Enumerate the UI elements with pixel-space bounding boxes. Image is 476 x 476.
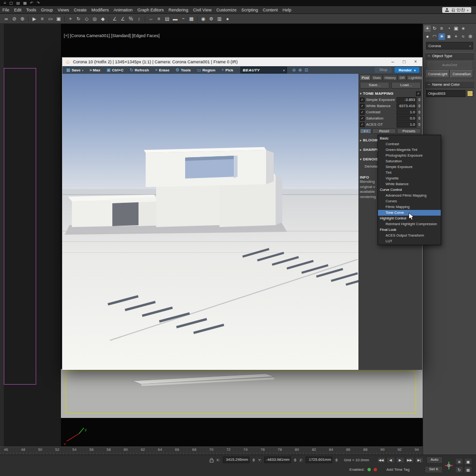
systems-category-icon[interactable]: ⊕ [467,33,474,40]
mirror-icon[interactable]: ⇔ [147,15,155,23]
render-setup-icon[interactable]: ⚙ [208,15,215,23]
render-production-icon[interactable]: ● [224,15,231,23]
rect-selection-icon[interactable]: ▭ [47,15,54,23]
param-enable-checkbox[interactable]: ✓ [360,98,365,102]
close-button[interactable]: × [410,58,421,66]
percent-snap-icon[interactable]: % [127,15,135,23]
schematic-view-icon[interactable]: ▩ [188,15,195,23]
undo-icon[interactable]: ↶ [30,0,33,6]
spinner[interactable] [418,117,421,120]
bind-spacewarp-icon[interactable]: ⊕ [19,15,26,23]
menu-item[interactable]: Edit [12,6,24,14]
menu-item[interactable]: Graph Editors [135,6,166,14]
helpers-category-icon[interactable]: + [453,33,459,40]
menu-item[interactable]: Modifiers [89,6,111,14]
rendered-frame-icon[interactable]: ▥ [216,15,223,23]
unlink-icon[interactable]: ⊘ [10,15,18,23]
auto-key-button[interactable]: Auto [426,456,443,464]
window-crossing-icon[interactable]: ▣ [55,15,62,23]
tone-mapping-enable-checkbox[interactable]: ✓ [416,91,421,96]
motion-tab-icon[interactable]: ◔ [446,25,452,32]
vfb-tab[interactable]: Post [360,75,371,80]
menu-item[interactable]: Photographic Exposure [378,153,441,159]
maximize-viewport-icon[interactable]: ▦ [464,466,472,473]
reset-button[interactable]: Reset [372,129,396,134]
create-tab-icon[interactable]: + [424,25,431,32]
spacewarps-category-icon[interactable]: ≈ [460,33,466,40]
menu-item[interactable]: Green-Magenta Tint [378,147,441,153]
menu-item[interactable]: Basic [378,136,441,141]
vfb-tab[interactable]: LightMix [407,75,422,80]
zoom-fit-icon[interactable]: ⊡ [303,68,309,72]
menu-item[interactable]: Advanced Filmic Mapping [378,193,441,198]
y-coord-field[interactable]: -4833.981mm [264,456,291,463]
open-file-icon[interactable]: ▤ [16,0,20,6]
menu-item[interactable]: Content [260,6,280,14]
param-enable-checkbox[interactable]: ✓ [360,122,365,127]
param-enable-checkbox[interactable]: ✓ [360,104,365,109]
go-to-end-button[interactable]: ▶| [415,457,424,463]
param-value-field[interactable]: -3.853 [397,97,416,103]
spinner[interactable] [418,104,421,108]
select-manipulate-icon[interactable]: ◆ [99,15,107,23]
menu-item[interactable]: ACES Output Transform [378,233,441,238]
light-type-button[interactable]: CoronaSun [450,70,474,78]
set-key-button[interactable]: Set K [425,466,443,473]
panel-splitter[interactable] [0,24,4,446]
menu-item[interactable]: Create [71,6,89,14]
spinner[interactable] [418,98,421,101]
x-coord-field[interactable]: 3415.295mm [223,456,249,463]
stop-button[interactable]: Stop [375,67,392,73]
send-to-max-button[interactable]: > Max [86,67,103,73]
timeline-ruler[interactable]: 4648505254565860626466687072747678808284… [0,446,423,455]
utilities-tab-icon[interactable]: ∗ [460,25,466,32]
save-button[interactable]: ▦Save▾ [64,67,85,73]
minimize-button[interactable]: – [387,58,398,66]
name-color-rollout[interactable]: − Name and Color [425,81,474,88]
shapes-category-icon[interactable]: ◠ [431,33,438,40]
param-value-field[interactable]: 0.0 [397,116,416,121]
menu-item[interactable]: Final Look [378,227,441,233]
presets-button[interactable]: Presets [397,129,421,134]
menu-item[interactable]: White Balance [378,181,441,187]
curve-editor-icon[interactable]: ~ [179,15,187,23]
viewport-label[interactable]: [+] [Corona Camera001] [Standard] [Edged… [64,33,159,38]
separator[interactable] [64,16,65,22]
ribbon-toggle-icon[interactable]: ▬ [171,15,179,23]
zoom-out-icon[interactable]: ⊖ [291,68,297,72]
tools-button[interactable]: ⚙Tools [174,67,194,73]
region-button[interactable]: ▭Region [195,67,219,73]
object-color-swatch[interactable] [467,90,473,97]
selection-lock-icon[interactable] [209,457,214,463]
menu-item[interactable]: Simple Exposure [378,164,441,170]
param-enable-checkbox[interactable]: ✓ [360,116,365,121]
z-coord-field[interactable]: 1725.601mm [306,456,332,463]
menu-item[interactable]: Reinhard Highlight Compression [378,221,441,227]
menu-item[interactable]: Help [280,6,294,14]
render-button[interactable]: Render ▾ [395,67,419,73]
channel-selector[interactable]: BEAUTY ▾ [240,67,287,73]
zoom-in-icon[interactable]: ⊕ [297,68,303,72]
record-indicator[interactable] [374,468,377,471]
select-move-icon[interactable]: + [67,15,74,23]
spinner[interactable] [418,110,421,114]
menu-item[interactable]: Contrast [378,141,441,147]
angle-snap-icon[interactable]: ∠ [119,15,127,23]
lights-category-icon[interactable]: ☀ [438,33,445,40]
param-enable-checkbox[interactable]: ✓ [360,110,365,115]
object-type-rollout[interactable]: − Object Type [425,52,474,60]
go-to-start-button[interactable]: ◀◀ [377,457,386,463]
spinner-snap-icon[interactable]: ↕ [135,15,143,23]
menu-item[interactable]: Group [39,6,55,14]
corona-titlebar[interactable]: ☺ Corona 10 (Hotfix 2) | 1345×1345px (1:… [62,58,422,66]
snap-toggle-icon[interactable]: ∠ [111,15,119,23]
pick-button[interactable]: +Pick [219,67,237,73]
menu-item[interactable]: Scripting [239,6,260,14]
save-settings-button[interactable]: Save... [360,82,389,89]
menu-item[interactable]: Filmic Mapping [378,204,441,210]
separator[interactable] [145,16,145,22]
vfb-tab[interactable]: History [383,75,397,80]
object-name-field[interactable]: Object003 [426,90,466,97]
load-settings-button[interactable]: Load... [391,82,421,89]
vfb-tab[interactable]: DR [397,75,407,80]
